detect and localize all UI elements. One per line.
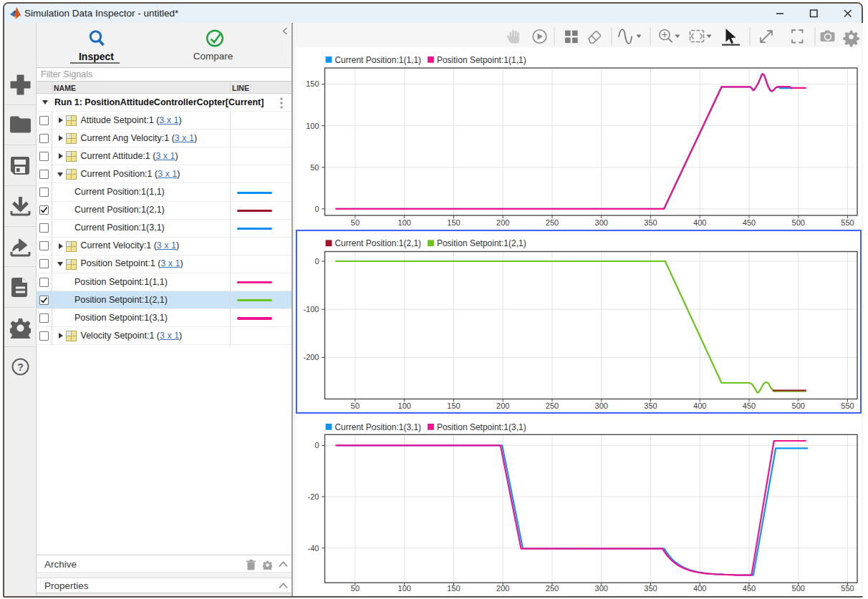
- svg-text:350: 350: [644, 584, 657, 593]
- svg-text:150: 150: [447, 584, 460, 593]
- svg-text:150: 150: [447, 401, 460, 410]
- svg-text:Current Position:1(2,1): Current Position:1(2,1): [334, 238, 421, 248]
- svg-text:Position Setpoint:1(1,1): Position Setpoint:1(1,1): [437, 55, 526, 65]
- svg-text:200: 200: [496, 218, 509, 227]
- svg-text:-40: -40: [308, 544, 319, 552]
- svg-text:100: 100: [306, 122, 319, 130]
- svg-text:100: 100: [398, 584, 411, 593]
- svg-text:?: ?: [17, 361, 24, 373]
- svg-text:500: 500: [792, 218, 805, 227]
- svg-text:250: 250: [546, 218, 559, 227]
- svg-text:400: 400: [693, 584, 706, 593]
- svg-text:200: 200: [496, 401, 509, 410]
- svg-text:500: 500: [792, 401, 805, 410]
- svg-text:200: 200: [496, 584, 509, 593]
- svg-text:100: 100: [398, 218, 411, 227]
- svg-text:450: 450: [743, 401, 756, 410]
- svg-text:Position Setpoint:1(3,1): Position Setpoint:1(3,1): [437, 422, 526, 432]
- svg-text:150: 150: [447, 218, 460, 227]
- svg-text:Current Position:1(1,1): Current Position:1(1,1): [334, 55, 421, 65]
- svg-text:250: 250: [546, 401, 559, 410]
- svg-text:-100: -100: [303, 305, 319, 313]
- svg-text:50: 50: [351, 584, 360, 593]
- svg-text:50: 50: [351, 218, 360, 227]
- svg-text:400: 400: [693, 401, 706, 410]
- svg-text:Position Setpoint:1(2,1): Position Setpoint:1(2,1): [437, 238, 526, 248]
- svg-text:350: 350: [644, 218, 657, 227]
- svg-text:550: 550: [841, 218, 854, 227]
- svg-text:450: 450: [743, 584, 756, 593]
- svg-text:Current Position:1(3,1): Current Position:1(3,1): [334, 422, 421, 432]
- svg-text:0: 0: [314, 205, 319, 213]
- svg-text:450: 450: [743, 218, 756, 227]
- svg-text:300: 300: [595, 218, 608, 227]
- svg-text:300: 300: [595, 401, 608, 410]
- svg-text:-20: -20: [308, 492, 319, 501]
- svg-text:50: 50: [351, 401, 360, 410]
- svg-text:-200: -200: [303, 353, 319, 361]
- svg-text:100: 100: [398, 401, 411, 410]
- svg-text:0: 0: [314, 257, 319, 266]
- svg-text:150: 150: [306, 79, 319, 88]
- svg-text:550: 550: [841, 401, 854, 410]
- svg-text:250: 250: [546, 584, 559, 593]
- svg-text:350: 350: [644, 401, 657, 410]
- svg-text:300: 300: [595, 584, 608, 593]
- svg-text:0: 0: [314, 441, 319, 449]
- svg-text:50: 50: [310, 163, 319, 172]
- svg-text:550: 550: [841, 584, 854, 593]
- svg-text:400: 400: [693, 218, 706, 227]
- svg-text:500: 500: [792, 584, 805, 593]
